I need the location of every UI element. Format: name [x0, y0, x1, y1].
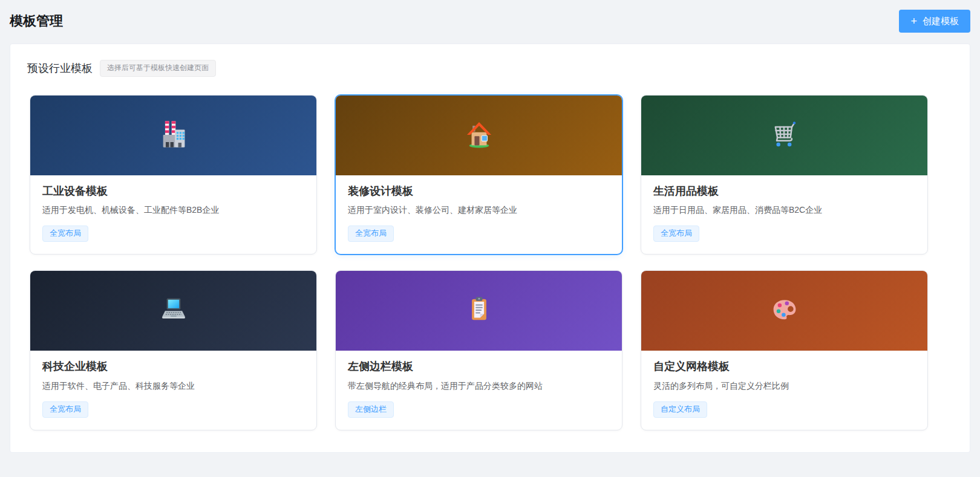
- template-card-custom-grid[interactable]: 自定义网格模板 灵活的多列布局，可自定义分栏比例 自定义布局: [641, 270, 928, 430]
- template-description: 适用于室内设计、装修公司、建材家居等企业: [348, 204, 610, 216]
- template-description: 适用于日用品、家居用品、消费品等B2C企业: [653, 204, 915, 216]
- template-card-daily-goods[interactable]: 生活用品模板 适用于日用品、家居用品、消费品等B2C企业 全宽布局: [641, 95, 928, 255]
- template-title: 自定义网格模板: [653, 360, 915, 374]
- template-description: 适用于软件、电子产品、科技服务等企业: [42, 380, 304, 392]
- template-layout-tag: 全宽布局: [42, 401, 88, 418]
- template-card-body: 科技企业模板 适用于软件、电子产品、科技服务等企业 全宽布局: [30, 351, 316, 430]
- template-description: 灵活的多列布局，可自定义分栏比例: [653, 380, 915, 392]
- template-layout-tag: 全宽布局: [42, 226, 88, 242]
- panel-header: 预设行业模板 选择后可基于模板快速创建页面: [10, 44, 970, 78]
- template-title: 工业设备模板: [42, 184, 304, 198]
- preset-templates-panel: 预设行业模板 选择后可基于模板快速创建页面 工业设备模板 适用于发电机、机械设备…: [10, 44, 970, 453]
- template-title: 装修设计模板: [348, 184, 610, 198]
- template-banner: [641, 271, 927, 351]
- template-management-page: 模板管理 + 创建模板 预设行业模板 选择后可基于模板快速创建页面 工业设: [0, 0, 980, 453]
- template-description: 适用于发电机、机械设备、工业配件等B2B企业: [42, 204, 304, 216]
- template-layout-tag: 全宽布局: [348, 226, 394, 242]
- template-title: 生活用品模板: [653, 184, 915, 198]
- panel-title: 预设行业模板: [27, 61, 93, 76]
- template-grid: 工业设备模板 适用于发电机、机械设备、工业配件等B2B企业 全宽布局 装修设计模…: [10, 78, 970, 452]
- create-template-button[interactable]: + 创建模板: [899, 10, 970, 33]
- template-banner: [30, 96, 316, 175]
- create-template-button-label: 创建模板: [923, 16, 959, 27]
- laptop-icon: [158, 294, 189, 328]
- template-banner: [336, 96, 622, 175]
- template-card-body: 自定义网格模板 灵活的多列布局，可自定义分栏比例 自定义布局: [641, 351, 927, 430]
- template-card-left-sidebar[interactable]: 左侧边栏模板 带左侧导航的经典布局，适用于产品分类较多的网站 左侧边栏: [335, 270, 622, 430]
- template-card-tech[interactable]: 科技企业模板 适用于软件、电子产品、科技服务等企业 全宽布局: [30, 270, 317, 430]
- house-icon: [463, 118, 495, 152]
- template-banner: [30, 271, 316, 351]
- factory-icon: [158, 118, 189, 152]
- template-layout-tag: 全宽布局: [653, 226, 699, 242]
- template-title: 左侧边栏模板: [348, 360, 610, 374]
- template-card-body: 装修设计模板 适用于室内设计、装修公司、建材家居等企业 全宽布局: [336, 175, 622, 255]
- palette-icon: [769, 294, 800, 328]
- template-layout-tag: 左侧边栏: [348, 401, 394, 418]
- plus-icon: +: [910, 16, 917, 27]
- shopping-cart-icon: [769, 118, 800, 152]
- template-card-body: 工业设备模板 适用于发电机、机械设备、工业配件等B2B企业 全宽布局: [30, 175, 316, 255]
- template-card-industrial[interactable]: 工业设备模板 适用于发电机、机械设备、工业配件等B2B企业 全宽布局: [30, 95, 317, 255]
- page-header: 模板管理 + 创建模板: [10, 10, 970, 33]
- template-banner: [641, 96, 927, 175]
- template-card-decoration[interactable]: 装修设计模板 适用于室内设计、装修公司、建材家居等企业 全宽布局: [335, 95, 622, 255]
- page-title: 模板管理: [10, 12, 63, 30]
- panel-hint-badge: 选择后可基于模板快速创建页面: [100, 60, 216, 77]
- clipboard-icon: [463, 294, 495, 328]
- template-description: 带左侧导航的经典布局，适用于产品分类较多的网站: [348, 380, 610, 392]
- template-layout-tag: 自定义布局: [653, 401, 707, 418]
- template-banner: [336, 271, 622, 351]
- template-card-body: 左侧边栏模板 带左侧导航的经典布局，适用于产品分类较多的网站 左侧边栏: [336, 351, 622, 430]
- template-title: 科技企业模板: [42, 360, 304, 374]
- template-card-body: 生活用品模板 适用于日用品、家居用品、消费品等B2C企业 全宽布局: [641, 175, 927, 255]
